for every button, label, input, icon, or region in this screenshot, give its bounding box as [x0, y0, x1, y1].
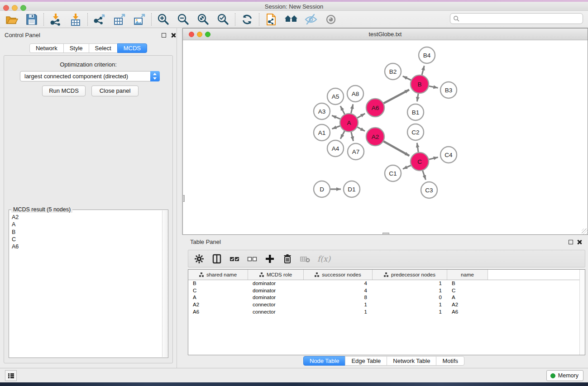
- graph-edge-B-B1[interactable]: [417, 94, 418, 101]
- network-document-icon[interactable]: [264, 13, 278, 26]
- criterion-select[interactable]: largest connected component (directed): [20, 71, 160, 81]
- network-canvas[interactable]: B4B2BB3B1A5A8A6A3AA1A2C2A4A7C4CC1C3DD1: [183, 40, 588, 234]
- tab-network-table[interactable]: Network Table: [387, 356, 436, 366]
- memory-button[interactable]: Memory: [546, 370, 583, 381]
- zoom-in-icon[interactable]: [157, 13, 170, 26]
- tab-style[interactable]: Style: [63, 43, 89, 53]
- hide-eye-icon[interactable]: [304, 13, 318, 26]
- tab-network[interactable]: Network: [29, 43, 64, 53]
- export-network-icon[interactable]: [93, 13, 106, 26]
- graph-edge-C-C1[interactable]: [403, 165, 411, 169]
- table-row[interactable]: A2connector11A2: [188, 301, 585, 309]
- control-panel-header: Control Panel: [0, 28, 177, 42]
- splitter-knob-vertical[interactable]: [182, 195, 185, 202]
- tab-mcds[interactable]: MCDS: [117, 43, 147, 53]
- table-cell: B: [188, 280, 248, 287]
- open-session-icon[interactable]: [5, 13, 19, 26]
- search-icon: [453, 15, 459, 22]
- column-header-predecessor-nodes[interactable]: predecessor nodes: [373, 270, 447, 280]
- result-item: A2: [12, 214, 19, 221]
- refresh-icon[interactable]: [240, 13, 254, 26]
- table-cell: dominator: [248, 280, 304, 287]
- graph-edge-A-A4[interactable]: [340, 131, 344, 139]
- table-row[interactable]: Bdominator41B: [188, 280, 585, 287]
- graph-node-label: C3: [425, 187, 433, 194]
- graph-edge-C-C2[interactable]: [417, 143, 418, 152]
- graph-node-label: C4: [445, 152, 453, 158]
- float-panel-icon[interactable]: [569, 240, 573, 244]
- graph-edge-B-B4[interactable]: [422, 66, 424, 75]
- table-cell: 1: [373, 280, 447, 287]
- deselect-all-icon[interactable]: [247, 253, 258, 264]
- overview-homes-icon[interactable]: [284, 13, 298, 26]
- node-table: shared nameMCDS rolesuccessor nodesprede…: [188, 269, 585, 355]
- graph-node-label: A6: [372, 105, 379, 111]
- table-cell: B: [447, 280, 488, 287]
- column-header-successor-nodes[interactable]: successor nodes: [304, 270, 373, 280]
- graph-edge-A-A5[interactable]: [340, 106, 344, 114]
- table-row[interactable]: Cdominator41C: [188, 287, 585, 295]
- graph-edge-B-B3[interactable]: [429, 86, 438, 88]
- table-cell: C: [188, 287, 248, 295]
- tab-select[interactable]: Select: [89, 43, 118, 53]
- table-cell: 4: [304, 287, 373, 295]
- criterion-label: Optimization criterion:: [4, 61, 172, 68]
- column-header-name[interactable]: name: [447, 270, 488, 280]
- float-panel-icon[interactable]: [162, 33, 166, 38]
- close-panel-button[interactable]: Close panel: [91, 86, 139, 96]
- graph-edge-A-A6[interactable]: [357, 114, 365, 118]
- graph-node-label: A8: [352, 91, 359, 97]
- tab-node-table[interactable]: Node Table: [303, 356, 346, 366]
- tab-motifs[interactable]: Motifs: [436, 356, 464, 366]
- zoom-selected-icon[interactable]: [216, 13, 230, 26]
- table-cell: 0: [373, 294, 447, 301]
- zoom-out-icon[interactable]: [177, 13, 190, 26]
- graph-edge-B-B2[interactable]: [403, 76, 411, 80]
- result-item: A6: [12, 243, 19, 250]
- select-all-icon[interactable]: [229, 253, 240, 264]
- export-image-icon[interactable]: [133, 13, 146, 26]
- show-eye-icon[interactable]: [324, 13, 338, 26]
- graph-edge-A2-C[interactable]: [383, 141, 409, 156]
- table-cell: connector: [248, 301, 304, 309]
- run-mcds-button[interactable]: Run MCDS: [42, 86, 86, 96]
- close-panel-icon[interactable]: [171, 33, 176, 38]
- function-builder-icon[interactable]: f(x): [317, 254, 330, 263]
- import-table-icon[interactable]: [69, 13, 82, 26]
- resize-grip[interactable]: [582, 229, 588, 234]
- tab-edge-table[interactable]: Edge Table: [345, 356, 387, 366]
- save-session-icon[interactable]: [25, 13, 38, 26]
- table-settings-gear-icon[interactable]: [194, 253, 205, 264]
- graph-node-label: C2: [411, 129, 419, 136]
- network-graph: B4B2BB3B1A5A8A6A3AA1A2C2A4A7C4CC1C3DD1: [183, 40, 588, 234]
- mcds-result-box: MCDS result (5 nodes) A2ABCA6: [9, 210, 168, 358]
- graph-node-label: B4: [423, 52, 431, 59]
- close-panel-icon[interactable]: [577, 239, 582, 245]
- graph-edge-A-A2[interactable]: [358, 127, 365, 131]
- delete-table-icon[interactable]: [300, 253, 311, 264]
- graph-node-label: A7: [352, 148, 360, 155]
- graph-edge-A-A3[interactable]: [332, 115, 340, 119]
- graph-edge-A-A8[interactable]: [351, 104, 353, 113]
- delete-column-icon[interactable]: [282, 253, 293, 264]
- table-row[interactable]: Adominator80A: [188, 294, 585, 301]
- export-table-icon[interactable]: [113, 13, 126, 26]
- result-scrollbar[interactable]: [162, 210, 168, 357]
- graph-edge-A6-B[interactable]: [384, 90, 409, 103]
- table-scrollbar[interactable]: [579, 270, 585, 355]
- graph-edge-A-A7[interactable]: [351, 132, 354, 141]
- zoom-fit-icon[interactable]: [196, 13, 210, 26]
- graph-edge-C-C4[interactable]: [429, 157, 438, 159]
- column-header-shared-name[interactable]: shared name: [188, 270, 248, 280]
- graph-edge-A-A1[interactable]: [332, 126, 340, 129]
- table-row[interactable]: A6connector11A6: [188, 309, 585, 316]
- show-columns-icon[interactable]: [211, 253, 222, 264]
- import-network-icon[interactable]: [49, 13, 62, 26]
- add-column-icon[interactable]: [264, 253, 275, 264]
- mcds-panel: Optimization criterion: largest connecte…: [4, 55, 173, 363]
- graph-node-label: B3: [445, 87, 453, 94]
- column-header-MCDS-role[interactable]: MCDS role: [248, 270, 304, 280]
- search-input[interactable]: [459, 14, 583, 23]
- graph-edge-C-C3[interactable]: [423, 171, 426, 180]
- task-history-button[interactable]: [5, 370, 17, 381]
